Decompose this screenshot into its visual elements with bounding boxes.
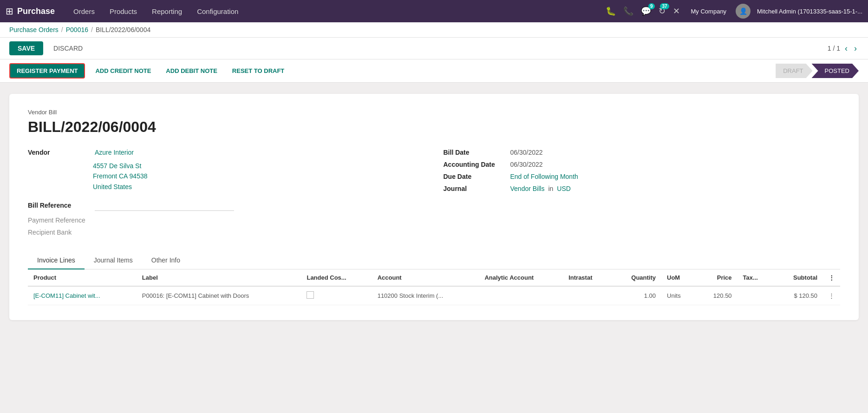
breadcrumb-sep-2: / <box>91 26 93 33</box>
vendor-label: Vendor <box>28 149 93 156</box>
journal-value[interactable]: Vendor Bills <box>510 185 545 192</box>
col-price: Price <box>696 269 737 286</box>
prev-page-button[interactable]: ‹ <box>843 43 849 54</box>
fields-grid: Vendor Azure Interior 4557 De Silva St F… <box>28 149 840 241</box>
chat-badge: 9 <box>648 3 655 9</box>
status-posted: POSTED <box>812 64 859 78</box>
pagination-info: 1 / 1 <box>828 45 840 52</box>
nav-products[interactable]: Products <box>102 0 144 22</box>
status-bar: REGISTER PAYMENT ADD CREDIT NOTE ADD DEB… <box>0 59 868 83</box>
status-draft: DRAFT <box>776 64 812 78</box>
close-icon[interactable]: ✕ <box>671 4 682 18</box>
row-subtotal: $ 120.50 <box>774 286 823 305</box>
save-discard-bar: SAVE DISCARD 1 / 1 ‹ › <box>0 38 868 59</box>
user-avatar[interactable]: 👤 <box>736 4 751 19</box>
username: Mitchell Admin (17013335-saas-15-1-... <box>757 8 862 15</box>
col-landed-cost: Landed Cos... <box>301 269 372 286</box>
tab-journal-items[interactable]: Journal Items <box>85 252 142 269</box>
discard-button[interactable]: DISCARD <box>49 41 87 55</box>
add-credit-note-button[interactable]: ADD CREDIT NOTE <box>91 64 156 78</box>
col-quantity: Quantity <box>612 269 661 286</box>
nav-configuration[interactable]: Configuration <box>189 0 246 22</box>
main-content: Vendor Bill BILL/2022/06/0004 Vendor Azu… <box>0 83 868 331</box>
refresh-icon[interactable]: ↻37 <box>657 4 667 18</box>
row-quantity: 1.00 <box>612 286 661 305</box>
landed-cost-checkbox[interactable] <box>307 291 314 299</box>
bill-date-row: Bill Date 06/30/2022 <box>444 149 841 156</box>
row-analytic-account <box>479 286 563 305</box>
row-options[interactable]: ⋮ <box>823 286 840 305</box>
col-label: Label <box>137 269 301 286</box>
accounting-date-value[interactable]: 06/30/2022 <box>510 161 543 168</box>
app-name[interactable]: Purchase <box>17 7 55 16</box>
row-label: P00016: [E-COM11] Cabinet with Doors <box>137 286 301 305</box>
tabs: Invoice Lines Journal Items Other Info <box>28 252 840 269</box>
row-product[interactable]: [E-COM11] Cabinet wit... <box>28 286 137 305</box>
breadcrumb-current: BILL/2022/06/0004 <box>96 26 150 33</box>
recipient-bank-label: Recipient Bank <box>28 229 93 236</box>
document-type: Vendor Bill <box>28 109 840 116</box>
topbar-icons: 🐛 📞 💬9 ↻37 ✕ My Company 👤 Mitchell Admin… <box>604 4 862 19</box>
row-price: 120.50 <box>696 286 737 305</box>
payment-reference-row: Payment Reference <box>28 216 425 224</box>
document-title: BILL/2022/06/0004 <box>28 118 840 136</box>
grid-menu-icon[interactable]: ⊞ <box>6 6 13 17</box>
recipient-bank-row: Recipient Bank <box>28 229 425 236</box>
left-fields: Vendor Azure Interior 4557 De Silva St F… <box>28 149 425 241</box>
col-intrastat: Intrastat <box>563 269 612 286</box>
col-product: Product <box>28 269 137 286</box>
right-fields: Bill Date 06/30/2022 Accounting Date 06/… <box>444 149 841 241</box>
document-card: Vendor Bill BILL/2022/06/0004 Vendor Azu… <box>9 94 859 320</box>
bill-date-value[interactable]: 06/30/2022 <box>510 149 543 156</box>
col-tax: Tax... <box>737 269 774 286</box>
pagination: 1 / 1 ‹ › <box>828 43 859 54</box>
vendor-address2: Fremont CA 94538 <box>93 171 425 181</box>
tab-other-info[interactable]: Other Info <box>142 252 189 269</box>
refresh-badge: 37 <box>660 3 669 9</box>
due-date-label: Due Date <box>444 173 509 180</box>
vendor-field-group: Vendor Azure Interior 4557 De Silva St F… <box>28 149 425 192</box>
bug-icon[interactable]: 🐛 <box>604 4 618 18</box>
accounting-date-label: Accounting Date <box>444 161 509 168</box>
next-page-button[interactable]: › <box>852 43 859 54</box>
col-account: Account <box>372 269 479 286</box>
company-name[interactable]: My Company <box>691 8 727 15</box>
vendor-address1: 4557 De Silva St <box>93 161 425 171</box>
phone-icon[interactable]: 📞 <box>621 4 635 18</box>
vendor-row: Vendor Azure Interior <box>28 149 425 156</box>
bill-reference-input[interactable] <box>95 199 234 211</box>
row-uom: Units <box>661 286 696 305</box>
breadcrumb: Purchase Orders / P00016 / BILL/2022/06/… <box>0 22 868 38</box>
row-account: 110200 Stock Interim (... <box>372 286 479 305</box>
accounting-date-row: Accounting Date 06/30/2022 <box>444 161 841 168</box>
journal-currency[interactable]: USD <box>557 185 571 192</box>
save-button[interactable]: SAVE <box>9 41 43 55</box>
register-payment-button[interactable]: REGISTER PAYMENT <box>9 63 85 79</box>
bill-date-label: Bill Date <box>444 149 509 156</box>
journal-row: Journal Vendor Bills in USD <box>444 185 841 192</box>
breadcrumb-sep-1: / <box>61 26 63 33</box>
vendor-address3: United States <box>93 182 425 192</box>
reset-to-draft-button[interactable]: RESET TO DRAFT <box>228 64 289 78</box>
nav-orders[interactable]: Orders <box>66 0 102 22</box>
breadcrumb-p00016[interactable]: P00016 <box>66 26 88 33</box>
table-row: [E-COM11] Cabinet wit... P00016: [E-COM1… <box>28 286 840 305</box>
col-actions: ⋮ <box>823 269 840 286</box>
row-tax <box>737 286 774 305</box>
row-intrastat <box>563 286 612 305</box>
due-date-value[interactable]: End of Following Month <box>510 173 578 180</box>
nav-menu: Orders Products Reporting Configuration <box>66 0 246 22</box>
tab-invoice-lines[interactable]: Invoice Lines <box>28 252 85 269</box>
vendor-name[interactable]: Azure Interior <box>95 149 134 156</box>
journal-label: Journal <box>444 185 509 192</box>
col-uom: UoM <box>661 269 696 286</box>
due-date-row: Due Date End of Following Month <box>444 173 841 180</box>
bill-reference-row: Bill Reference <box>28 199 425 211</box>
journal-in-label: in <box>548 185 553 192</box>
nav-reporting[interactable]: Reporting <box>144 0 189 22</box>
chat-icon[interactable]: 💬9 <box>639 4 653 18</box>
status-steps: DRAFT POSTED <box>777 64 859 78</box>
breadcrumb-purchase-orders[interactable]: Purchase Orders <box>9 26 59 33</box>
add-debit-note-button[interactable]: ADD DEBIT NOTE <box>161 64 222 78</box>
payment-reference-label: Payment Reference <box>28 216 93 224</box>
